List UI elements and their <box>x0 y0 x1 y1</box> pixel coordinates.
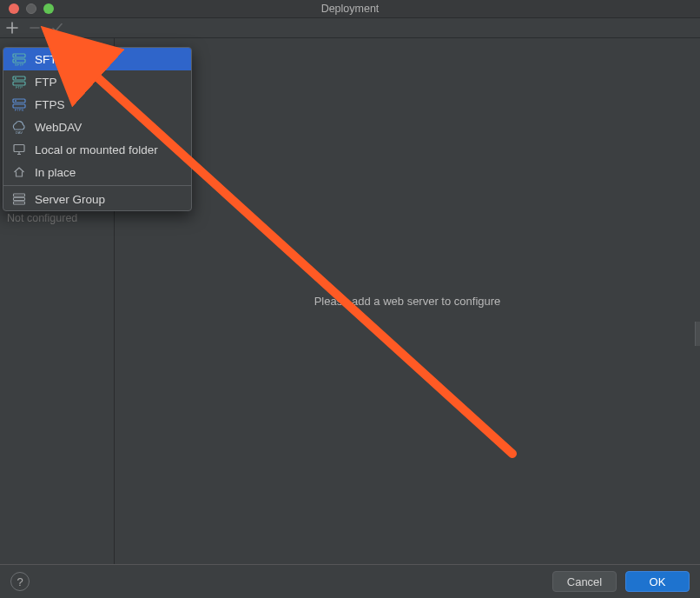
main-prompt: Please add a web server to configure <box>314 295 501 308</box>
menu-item-ftp[interactable]: FTP FTP <box>3 70 191 93</box>
add-button[interactable] <box>5 21 19 35</box>
window-controls <box>0 3 54 14</box>
menu-item-label: In place <box>35 166 76 179</box>
svg-rect-15 <box>14 194 25 196</box>
svg-rect-14 <box>14 145 24 152</box>
menu-item-ftps[interactable]: FTPS FTPS <box>3 93 191 116</box>
menu-item-server-group[interactable]: Server Group <box>3 188 191 210</box>
menu-item-label: Local or mounted folder <box>35 143 158 156</box>
minus-icon <box>29 22 41 34</box>
menu-separator <box>3 185 191 186</box>
svg-point-11 <box>15 100 17 102</box>
footer-buttons: Cancel OK <box>552 571 690 592</box>
menu-item-label: FTP <box>35 76 57 89</box>
main-panel: Please add a web server to configure <box>115 38 700 564</box>
server-ftps-icon: FTPS <box>12 97 26 111</box>
cancel-button[interactable]: Cancel <box>552 571 617 592</box>
home-icon <box>12 165 26 179</box>
menu-item-sftp[interactable]: SFTP SFTP <box>3 48 191 70</box>
svg-point-2 <box>15 55 17 56</box>
plus-icon <box>6 22 18 34</box>
help-button[interactable]: ? <box>10 572 30 591</box>
menu-item-webdav[interactable]: DAV WebDAV <box>3 116 191 138</box>
menu-item-label: WebDAV <box>35 121 82 134</box>
window-title: Deployment <box>0 3 700 15</box>
svg-text:FTP: FTP <box>16 85 23 90</box>
svg-text:SFTP: SFTP <box>15 63 24 67</box>
menu-item-label: SFTP <box>35 53 65 66</box>
svg-point-7 <box>15 77 17 79</box>
svg-text:DAV: DAV <box>16 130 23 135</box>
remove-button <box>28 21 42 35</box>
ok-button[interactable]: OK <box>625 571 690 592</box>
svg-rect-17 <box>14 202 25 204</box>
check-icon <box>51 22 63 34</box>
add-server-menu: SFTP SFTP FTP FTP FTPS FTPS DAV WebDAV L… <box>3 47 192 211</box>
right-edge-handle[interactable] <box>695 322 700 346</box>
sidebar-empty-text: Not configured <box>7 212 77 224</box>
help-icon: ? <box>17 575 23 588</box>
server-group-icon <box>12 192 26 206</box>
set-default-button <box>50 21 64 35</box>
svg-text:FTPS: FTPS <box>15 108 24 112</box>
svg-rect-16 <box>14 198 25 201</box>
menu-item-label: FTPS <box>35 98 65 111</box>
minimize-window-button[interactable] <box>26 3 36 14</box>
server-sftp-icon: SFTP <box>12 52 26 66</box>
toolbar <box>0 18 700 38</box>
zoom-window-button[interactable] <box>43 3 54 14</box>
monitor-icon <box>12 143 26 156</box>
dialog-footer: ? Cancel OK <box>0 564 700 598</box>
menu-item-label: Server Group <box>35 193 105 206</box>
menu-item-local[interactable]: Local or mounted folder <box>3 138 191 161</box>
menu-item-inplace[interactable]: In place <box>3 161 191 183</box>
server-ftp-icon: FTP <box>12 75 26 89</box>
webdav-icon: DAV <box>12 120 26 134</box>
window-titlebar[interactable]: Deployment <box>0 0 700 18</box>
close-window-button[interactable] <box>9 3 19 14</box>
